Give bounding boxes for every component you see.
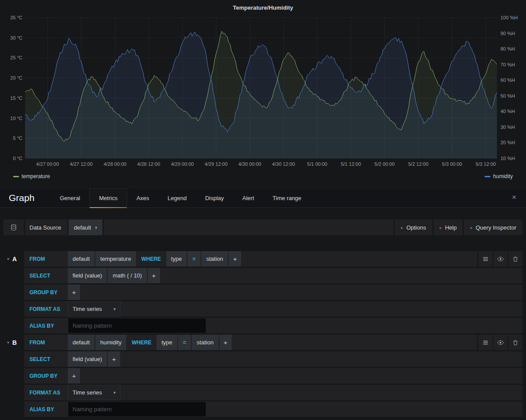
where-label: WHERE [127,340,156,346]
axis-tick-label: 4/28 12:00 [137,161,160,167]
plus-icon[interactable]: + [68,285,80,300]
datasource-row-filler [104,219,394,235]
select-field-part[interactable]: field (value) [68,351,107,367]
datasource-label: Data Source [25,219,67,235]
format-as-label: FORMAT AS [24,306,67,312]
where-value-part[interactable]: station [192,335,218,350]
query-toggle-visibility-button[interactable] [493,335,508,350]
where-operator-part[interactable]: = [187,251,201,267]
axis-tick-label: 100 %H [500,15,518,20]
axis-tick-label: 5/2 00:00 [375,161,395,167]
select-math-part[interactable]: math ( / 10) [108,268,146,283]
where-value-part[interactable]: station [201,251,228,267]
collapse-icon[interactable]: ▾ [7,256,9,261]
from-row: FROM default temperature WHERE type = st… [24,251,477,267]
query-a: ▾ A FROM default temperature WHERE type … [4,251,522,333]
group-by-row: GROUP BY + [24,285,522,300]
format-as-select[interactable]: Time series ▾ [68,301,121,317]
query-ref-letter: A [12,256,17,263]
plus-icon[interactable]: + [219,335,232,350]
datasource-select[interactable]: default ▾ [69,219,102,235]
plus-icon[interactable]: + [108,351,120,367]
eye-icon [497,339,504,346]
metrics-tab-body: Data Source default ▾ ▸ Options ▸ Help ▸… [0,208,526,417]
measurement-part[interactable]: humidity [95,335,126,350]
axis-tick-label: 15 °C [10,95,22,101]
axis-tick-label: 4/30 12:00 [272,161,295,167]
query-inspector-button[interactable]: ▸ Query Inspector [464,219,522,235]
select-field-part[interactable]: field (value) [68,268,107,283]
trash-icon [512,256,519,262]
caret-down-icon: ▾ [95,225,97,230]
query-toggle-visibility-button[interactable] [493,251,508,267]
select-row: SELECT field (value) math ( / 10) + [24,268,522,283]
caret-down-icon: ▾ [113,307,116,311]
axis-tick-label: 5 °C [13,135,22,141]
axis-tick-label: 30 %H [500,124,515,130]
panel-title[interactable]: Temperature/Humidity [0,4,526,11]
plus-icon[interactable]: + [68,368,80,383]
tab-display[interactable]: Display [196,188,233,208]
tab-general[interactable]: General [51,188,89,208]
plus-icon[interactable]: + [229,251,241,267]
format-as-row: FORMAT AS Time series ▾ [24,301,522,317]
tab-time-range[interactable]: Time range [263,188,310,208]
axis-tick-label: 4/27 12:00 [70,161,93,167]
eye-icon [497,256,504,263]
options-button[interactable]: ▸ Options [395,219,432,235]
legend-item-humidity[interactable]: humidity [485,173,513,179]
query-delete-button[interactable] [508,251,522,267]
collapse-icon[interactable]: ▾ [7,340,9,345]
axis-tick-label: 4/29 00:00 [171,161,194,167]
alias-by-label: ALIAS BY [24,323,67,329]
database-icon [10,224,17,231]
policy-part[interactable]: default [68,335,95,350]
alias-input[interactable] [68,402,206,417]
help-button[interactable]: ▸ Help [434,219,463,235]
select-label: SELECT [24,356,67,362]
group-by-label: GROUP BY [24,289,67,296]
axis-tick-label: 40 %H [500,109,515,114]
alias-input[interactable] [68,318,206,333]
panel-editor-tabbar: Graph General Metrics Axes Legend Displa… [0,188,526,208]
policy-part[interactable]: default [68,251,95,267]
from-row: FROM default humidity WHERE type = stati… [24,335,477,350]
axis-tick-label: 70 %H [500,62,515,67]
axis-tick-label: 4/30 00:00 [238,161,261,167]
tab-metrics[interactable]: Metrics [89,188,127,208]
query-menu-button[interactable] [479,251,493,267]
query-delete-button[interactable] [508,335,522,350]
where-key-part[interactable]: type [157,335,177,350]
axis-tick-label: 30 °C [10,35,22,40]
plus-icon[interactable]: + [148,268,160,283]
datasource-row: Data Source default ▾ ▸ Options ▸ Help ▸… [4,219,522,235]
query-menu-button[interactable] [479,335,493,350]
group-by-row: GROUP BY + [24,368,522,383]
axis-tick-label: 4/29 12:00 [205,161,227,167]
timeseries-chart[interactable]: 0 °C5 °C10 °C15 °C20 °C25 °C30 °C35 °C10… [0,0,526,176]
axis-tick-label: 4/28 00:00 [103,161,126,167]
where-key-part[interactable]: type [166,251,187,267]
graph-panel: Temperature/Humidity 0 °C5 °C10 °C15 °C2… [0,0,526,181]
measurement-part[interactable]: temperature [95,251,136,267]
tab-axes[interactable]: Axes [127,188,158,208]
select-label: SELECT [24,273,67,279]
format-as-select[interactable]: Time series ▾ [68,385,121,400]
tab-legend[interactable]: Legend [158,188,196,208]
axis-tick-label: 0 °C [13,156,22,161]
series-color-icon [485,176,490,177]
from-label: FROM [24,340,67,346]
caret-down-icon: ▾ [113,390,116,395]
close-icon[interactable]: × [512,194,516,201]
axis-tick-label: 20 %H [500,140,515,145]
where-operator-part[interactable]: = [178,335,191,350]
axis-tick-label: 20 °C [10,75,22,80]
axis-tick-label: 5/3 00:00 [442,161,462,167]
axis-tick-label: 25 °C [10,55,22,60]
where-label: WHERE [137,256,165,262]
query-b: ▾ B FROM default humidity WHERE type = s… [4,335,522,417]
axis-tick-label: 5/3 12:00 [476,161,496,167]
legend-item-temperature[interactable]: temperature [13,173,50,179]
alias-by-label: ALIAS BY [24,406,67,413]
tab-alert[interactable]: Alert [233,188,263,208]
